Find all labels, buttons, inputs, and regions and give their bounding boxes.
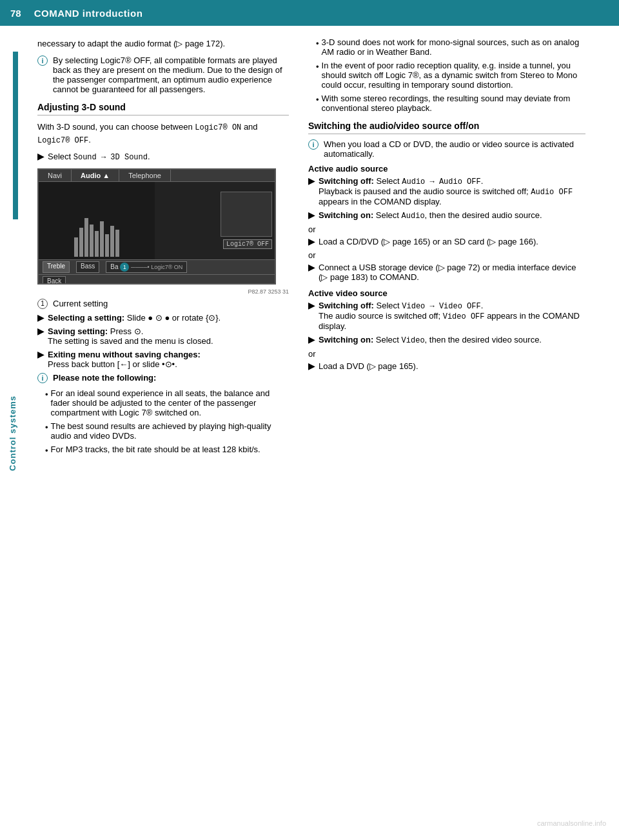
sidebar-label-text: Control systems xyxy=(8,395,17,471)
right-column: • 3-D sound does not work for mono-signa… xyxy=(302,26,598,472)
screen-bottom-bar: Treble Bass Ba 1 ────• Logic7® ON xyxy=(39,259,275,274)
video-switching-off-note: The audio source is switched off; Video … xyxy=(319,311,580,331)
right-bullet-3: • With some stereo recordings, the resul… xyxy=(316,94,585,113)
screen-image: Navi Audio ▲ Telephone xyxy=(37,168,276,285)
or-line-1: or xyxy=(308,225,585,234)
arrow-bullet-4: ▶ xyxy=(37,350,44,359)
audio-switching-off-note: Playback is paused and the audio source … xyxy=(319,186,573,206)
right-bullet-1: • 3-D sound does not work for mono-signa… xyxy=(316,37,585,57)
arrow-bullet-r2: ▶ xyxy=(308,210,315,220)
audio-switching-on-block: Switching on: Select Audio, then the des… xyxy=(319,210,542,221)
video-switching-on-block: Switching on: Select Video, then the des… xyxy=(319,335,542,345)
audio-switching-off-label: Switching off: xyxy=(319,176,374,186)
load-cd-row: ▶ Load a CD/DVD (▷ page 165) or an SD ca… xyxy=(308,237,585,246)
sidebar-blue-bar xyxy=(13,52,18,219)
right-bullet-dot-1: • xyxy=(316,39,319,57)
connect-usb-text: Connect a USB storage device (▷ page 72)… xyxy=(319,263,585,282)
selecting-row: ▶ Selecting a setting: Slide ● ⊙ ● or ro… xyxy=(37,313,289,323)
info-icon-2: i xyxy=(37,373,48,383)
bullet-text-3: For MP3 tracks, the bit rate should be a… xyxy=(51,445,260,455)
exiting-row: ▶ Exiting menu without saving changes: P… xyxy=(37,350,289,369)
load-dvd-text: Load a DVD (▷ page 165). xyxy=(319,361,418,371)
active-audio-heading: Active audio source xyxy=(308,164,585,174)
right-bullet-2: • In the event of poor radio reception q… xyxy=(316,61,585,90)
nav-telephone: Telephone xyxy=(119,170,171,181)
arrow-bullet-r1: ▶ xyxy=(308,176,315,186)
eq-bar-6 xyxy=(100,221,104,257)
photo-reference: P82.87 3253 31 xyxy=(37,288,289,295)
arrow-bullet-3: ▶ xyxy=(37,326,44,336)
section-intro: With 3-D sound, you can choose between L… xyxy=(37,121,289,146)
connect-usb-row: ▶ Connect a USB storage device (▷ page 7… xyxy=(308,263,585,282)
arrow-bullet-1: ▶ xyxy=(37,152,44,161)
info-icon-1: i xyxy=(37,55,48,66)
or-line-2: or xyxy=(308,250,585,260)
nav-audio: Audio ▲ xyxy=(72,170,119,181)
audio-switching-off-row: ▶ Switching off: Select Audio → Audio OF… xyxy=(308,176,585,206)
audio-switching-on-row: ▶ Switching on: Select Audio, then the d… xyxy=(308,210,585,221)
arrow-bullet-r4: ▶ xyxy=(308,263,315,272)
right-bullet-dot-3: • xyxy=(316,95,319,113)
audio-switching-on-label: Switching on: xyxy=(319,210,373,220)
bullet-dot-1: • xyxy=(45,390,48,417)
arrow-bullet-r6: ▶ xyxy=(308,335,315,345)
right-bullet-dot-2: • xyxy=(316,62,319,90)
video-switching-off-row: ▶ Switching off: Select Video → Video OF… xyxy=(308,301,585,331)
arrow-bullet-2: ▶ xyxy=(37,313,44,323)
header-title: COMAND introduction xyxy=(34,8,143,19)
balance-control: Ba 1 ────• Logic7® ON xyxy=(106,261,187,273)
screen-body: Logic7® OFF xyxy=(39,182,275,259)
nav-navi: Navi xyxy=(39,170,72,181)
status-back: Back xyxy=(43,276,66,285)
content-wrapper: necessary to adapt the audio format (▷ p… xyxy=(25,26,619,472)
eq-bar-1 xyxy=(74,237,78,257)
header-bar: 78 COMAND introduction xyxy=(0,0,619,26)
info-note-row: i By selecting Logic7® OFF, all compatib… xyxy=(37,55,289,94)
active-video-heading: Active video source xyxy=(308,288,585,298)
album-art xyxy=(221,192,272,237)
exiting-text-block: Exiting menu without saving changes: Pre… xyxy=(48,350,201,369)
video-switching-on-label: Switching on: xyxy=(319,335,373,345)
select-instruction-row: ▶ Select Sound → 3D Sound. xyxy=(37,152,289,162)
please-note-row: i Please note the following: xyxy=(37,373,289,383)
switching-source-heading: Switching the audio/video source off/on xyxy=(308,121,585,134)
bullet-item-1: • For an ideal sound experience in all s… xyxy=(45,388,289,417)
video-switching-off-block: Switching off: Select Video → Video OFF.… xyxy=(319,301,585,331)
saving-row: ▶ Saving setting: Press ⊙. The setting i… xyxy=(37,326,289,346)
bullet-dot-3: • xyxy=(45,446,48,455)
info-icon-3: i xyxy=(308,139,319,150)
load-cd-text: Load a CD/DVD (▷ page 165) or an SD card… xyxy=(319,237,538,246)
eq-bar-9 xyxy=(115,230,119,257)
please-note-label: Please note the following: xyxy=(53,373,156,383)
saving-text-block: Saving setting: Press ⊙. The setting is … xyxy=(48,326,213,346)
right-bullet-text-1: 3-D sound does not work for mono-signal … xyxy=(322,37,585,57)
screen-nav-bar: Navi Audio ▲ Telephone xyxy=(39,170,275,182)
circle-note-text: Current setting xyxy=(53,299,108,308)
eq-bar-7 xyxy=(105,234,109,257)
eq-bar-4 xyxy=(90,225,93,257)
select-instruction: Select Sound → 3D Sound. xyxy=(48,152,150,162)
eq-bar-8 xyxy=(110,226,114,257)
circle-num-1: 1 xyxy=(37,299,48,309)
eq-bar-3 xyxy=(84,218,88,257)
adjusting-3d-sound-heading: Adjusting 3-D sound xyxy=(37,102,289,115)
video-switching-off-label: Switching off: xyxy=(319,301,374,310)
exiting-label: Exiting menu without saving changes: xyxy=(48,350,201,359)
bullet-dot-2: • xyxy=(45,423,48,441)
bullet-text-2: The best sound results are achieved by p… xyxy=(51,421,289,441)
or-line-3: or xyxy=(308,349,585,359)
selecting-text: Selecting a setting: Slide ● ⊙ ● or rota… xyxy=(48,313,221,323)
intro-text: necessary to adapt the audio format (▷ p… xyxy=(37,37,289,50)
eq-bars xyxy=(68,212,126,257)
eq-bar-5 xyxy=(95,231,99,257)
right-bullet-text-3: With some stereo recordings, the resulti… xyxy=(322,94,585,113)
bullet-item-2: • The best sound results are achieved by… xyxy=(45,421,289,441)
right-bullet-text-2: In the event of poor radio reception qua… xyxy=(322,61,585,90)
video-switching-on-row: ▶ Switching on: Select Video, then the d… xyxy=(308,335,585,345)
watermark: carmanualsonline.info xyxy=(537,819,606,827)
sidebar-label: Control systems xyxy=(0,26,25,840)
info-note-2-text: When you load a CD or DVD, the audio or … xyxy=(324,139,585,159)
left-column: necessary to adapt the audio format (▷ p… xyxy=(25,26,302,472)
info-note-2-row: i When you load a CD or DVD, the audio o… xyxy=(308,139,585,159)
info-note-text: By selecting Logic7® OFF, all compatible… xyxy=(53,55,289,94)
